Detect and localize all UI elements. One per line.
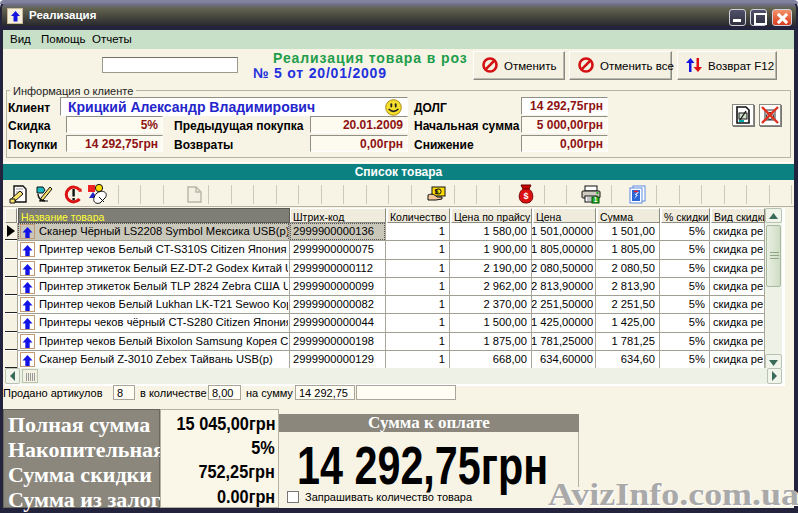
svg-text:$: $ xyxy=(435,188,439,196)
svg-text:$: $ xyxy=(523,191,528,201)
svg-text:1: 1 xyxy=(594,196,598,203)
